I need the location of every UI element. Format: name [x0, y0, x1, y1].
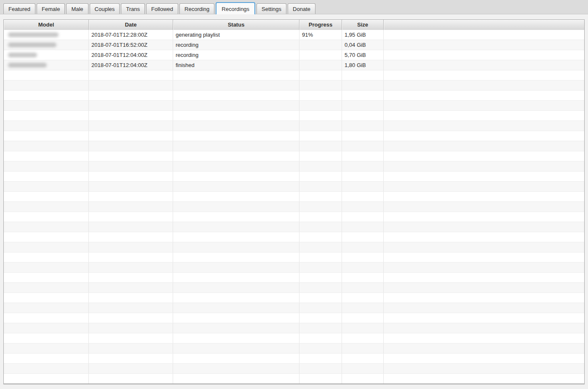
column-header-progress[interactable]: Progress [299, 20, 342, 30]
recording-row[interactable]: 2018-07-01T16:52:00Zrecording0,04 GiB [4, 40, 584, 50]
recording-row[interactable]: 2018-07-01T12:28:00Zgenerating playlist9… [4, 30, 584, 40]
cell-size [342, 202, 384, 212]
empty-row [4, 333, 584, 343]
cell-model [4, 151, 89, 161]
cell-size [342, 131, 384, 141]
cell-progress [299, 212, 342, 222]
cell-status [173, 111, 299, 121]
cell-size [342, 232, 384, 242]
cell-size [342, 80, 384, 90]
cell-date [89, 222, 173, 232]
tab-couples[interactable]: Couples [90, 3, 120, 14]
cell-model [4, 323, 89, 333]
cell-model [4, 111, 89, 121]
cell-date [89, 131, 173, 141]
recording-row[interactable]: 2018-07-01T12:04:00Zfinished1,80 GiB [4, 60, 584, 70]
cell-progress [299, 91, 342, 100]
tab-featured[interactable]: Featured [3, 3, 35, 14]
cell-date [89, 354, 173, 363]
cell-date [89, 252, 173, 262]
tab-female[interactable]: Female [37, 3, 65, 14]
cell-blank [384, 313, 584, 323]
cell-progress [299, 70, 342, 80]
cell-model [4, 212, 89, 222]
cell-progress [299, 303, 342, 313]
cell-date [89, 91, 173, 100]
cell-size [342, 323, 384, 333]
tab-label: Recording [184, 6, 209, 12]
empty-row [4, 172, 584, 182]
empty-row [4, 202, 584, 212]
cell-blank [384, 293, 584, 303]
cell-progress [299, 101, 342, 110]
cell-model [4, 313, 89, 323]
column-header-model[interactable]: Model [4, 20, 89, 30]
cell-status [173, 273, 299, 282]
cell-status [173, 283, 299, 292]
tab-donate[interactable]: Donate [288, 3, 315, 14]
tab-followed[interactable]: Followed [146, 3, 178, 14]
tab-recording[interactable]: Recording [179, 3, 214, 14]
content-area: ModelDateStatusProgressSize 2018-07-01T1… [0, 14, 588, 389]
cell-size [342, 212, 384, 222]
cell-date [89, 374, 173, 384]
model-name-redacted [8, 43, 56, 47]
tab-male[interactable]: Male [66, 3, 88, 14]
cell-progress [299, 111, 342, 121]
empty-row [4, 121, 584, 131]
cell-date: 2018-07-01T12:28:00Z [89, 30, 173, 40]
cell-progress [299, 131, 342, 141]
cell-progress [299, 343, 342, 353]
cell-blank [384, 80, 584, 90]
column-header-blank[interactable] [384, 20, 584, 30]
cell-status: recording [173, 40, 299, 50]
cell-model [4, 242, 89, 252]
cell-size [342, 222, 384, 232]
tab-settings[interactable]: Settings [257, 3, 286, 14]
cell-date [89, 364, 173, 373]
empty-row [4, 313, 584, 323]
table-header-row: ModelDateStatusProgressSize [4, 20, 584, 30]
empty-row [4, 232, 584, 242]
cell-model [4, 91, 89, 100]
empty-row [4, 354, 584, 364]
empty-row [4, 343, 584, 354]
cell-blank [384, 131, 584, 141]
column-header-date[interactable]: Date [89, 20, 173, 30]
cell-model [4, 273, 89, 282]
cell-model [4, 293, 89, 303]
cell-model [4, 131, 89, 141]
cell-progress: 91% [299, 30, 342, 40]
tab-label: Couples [95, 6, 115, 12]
cell-blank [384, 364, 584, 373]
empty-row [4, 141, 584, 151]
cell-status [173, 70, 299, 80]
cell-blank [384, 30, 584, 40]
cell-status [173, 80, 299, 90]
cell-model [4, 232, 89, 242]
tab-trans[interactable]: Trans [121, 3, 145, 14]
cell-blank [384, 40, 584, 50]
cell-blank [384, 192, 584, 201]
empty-row [4, 182, 584, 192]
cell-size [342, 91, 384, 100]
cell-progress [299, 151, 342, 161]
tab-recordings[interactable]: Recordings [216, 2, 255, 14]
empty-row [4, 263, 584, 273]
cell-date: 2018-07-01T16:52:00Z [89, 40, 173, 50]
cell-date [89, 121, 173, 131]
cell-model [4, 252, 89, 262]
cell-status [173, 374, 299, 384]
cell-size [342, 141, 384, 151]
cell-date [89, 242, 173, 252]
column-header-size[interactable]: Size [342, 20, 384, 30]
cell-size [342, 182, 384, 191]
cell-model [4, 374, 89, 384]
tab-label: Male [71, 6, 83, 12]
cell-status [173, 333, 299, 343]
empty-row [4, 91, 584, 101]
cell-date [89, 303, 173, 313]
recording-row[interactable]: 2018-07-01T12:04:00Zrecording5,70 GiB [4, 50, 584, 60]
column-header-status[interactable]: Status [173, 20, 299, 30]
empty-row [4, 151, 584, 161]
